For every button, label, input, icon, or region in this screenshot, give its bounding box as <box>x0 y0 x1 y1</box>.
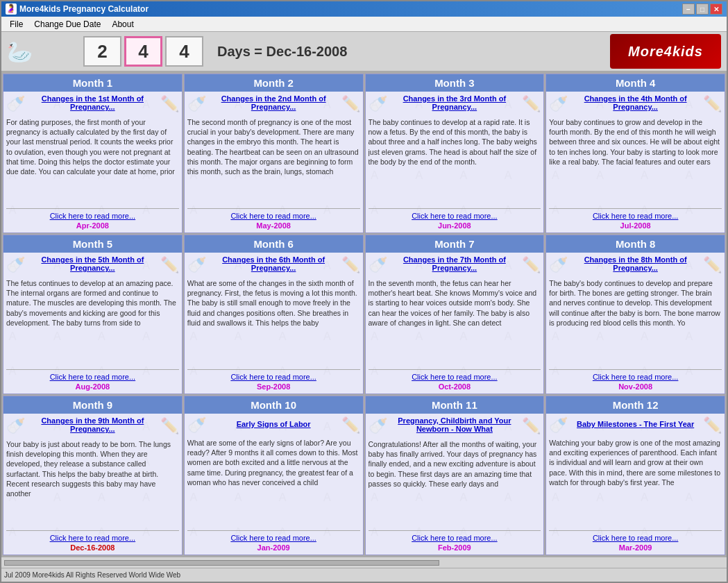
month-title-link-8[interactable]: Changes in the 8th Month of Pregnancy... <box>568 255 703 272</box>
read-more-link-10[interactable]: Click here to read more... <box>230 534 316 542</box>
window-controls: − □ ✕ <box>682 3 722 15</box>
left-icon-2: 🍼 <box>187 95 206 113</box>
right-icon-11: ✏️ <box>522 417 541 435</box>
read-more-link-12[interactable]: Click here to read more... <box>593 534 679 542</box>
month-icons-9: 🍼 Changes in the 9th Month of Pregnancy.… <box>6 416 179 436</box>
month-text-5: The fetus continues to develop at an ama… <box>6 278 179 341</box>
month-header-7: Month 7 <box>366 235 544 253</box>
more4kids-logo[interactable]: More4kids <box>610 34 721 69</box>
month-title-link-1[interactable]: Changes in the 1st Month of Pregnancy... <box>25 94 160 111</box>
menu-about[interactable]: About <box>106 18 139 31</box>
date-display: Days = Dec-16-2008 <box>217 44 603 60</box>
read-more-link-4[interactable]: Click here to read more... <box>593 212 679 220</box>
read-more-link-1[interactable]: Click here to read more... <box>50 212 136 220</box>
horizontal-scrollbar[interactable] <box>1 557 727 568</box>
month-text-10: What are some of the early signs of labo… <box>187 438 360 500</box>
month-date-6: Sep-2008 <box>187 382 360 391</box>
month-icons-3: 🍼 Changes in the 3rd Month of Pregnancy.… <box>369 94 541 114</box>
month-header-11: Month 11 <box>366 396 544 414</box>
logo-area: 🦢 <box>7 34 76 69</box>
left-icon-11: 🍼 <box>369 417 387 435</box>
month-card-3: Month 3 AAAAAAAAAAAAAAAA 🍼 Changes in th… <box>365 74 545 233</box>
month-icons-2: 🍼 Changes in the 2nd Month of Pregnancy.… <box>187 94 360 114</box>
month-title-link-2[interactable]: Changes in the 2nd Month of Pregnancy... <box>206 94 341 111</box>
minimize-button[interactable]: − <box>682 3 695 15</box>
menu-change-due-date[interactable]: Change Due Date <box>28 18 106 31</box>
read-more-link-3[interactable]: Click here to read more... <box>412 212 498 220</box>
month-icons-1: 🍼 Changes in the 1st Month of Pregnancy.… <box>6 94 179 114</box>
month-text-1: For dating purposes, the first month of … <box>6 117 179 180</box>
month-text-7: In the seventh month, the fetus can hear… <box>369 278 541 341</box>
month-header-1: Month 1 <box>3 74 182 92</box>
month-icons-11: 🍼 Pregnancy, Childbirth and Your Newborn… <box>369 416 541 436</box>
month-title-link-12[interactable]: Baby Milestones - The First Year <box>577 420 694 428</box>
stork-icon: 🦢 <box>7 40 33 64</box>
month-title-link-6[interactable]: Changes in the 6th Month of Pregnancy... <box>206 255 341 272</box>
left-icon-9: 🍼 <box>6 417 25 435</box>
read-more-link-9[interactable]: Click here to read more... <box>50 534 136 542</box>
month-text-9: Your baby is just about ready to be born… <box>6 439 179 502</box>
read-more-section-7: Click here to read more... Oct-2008 <box>369 369 541 391</box>
month-date-10: Jan-2009 <box>187 543 360 552</box>
read-more-section-12: Click here to read more... Mar-2009 <box>549 530 722 552</box>
title-bar: 🤰 More4kids Pregnancy Calculator − □ ✕ <box>1 1 727 17</box>
month-icons-10: 🍼 Early Signs of Labor ✏️ <box>187 416 360 434</box>
right-icon-12: ✏️ <box>703 416 722 434</box>
status-bar: Jul 2009 More4kids All Rights Reserved W… <box>1 568 727 582</box>
month-title-link-9[interactable]: Changes in the 9th Month of Pregnancy... <box>25 416 160 433</box>
month-card-11: Month 11 AAAAAAAAAAAAAAAA 🍼 Pregnancy, C… <box>365 396 545 555</box>
month-card-12: Month 12 AAAAAAAAAAAAAAAA 🍼 Baby Milesto… <box>545 396 725 555</box>
month-icons-6: 🍼 Changes in the 6th Month of Pregnancy.… <box>187 255 360 275</box>
read-more-link-8[interactable]: Click here to read more... <box>593 373 679 381</box>
month-card-6: Month 6 AAAAAAAAAAAAAAAA 🍼 Changes in th… <box>184 235 364 394</box>
menu-bar: File Change Due Date About <box>1 17 727 32</box>
month-card-9: Month 9 AAAAAAAAAAAAAAAA 🍼 Changes in th… <box>3 396 183 555</box>
left-icon-7: 🍼 <box>369 256 387 274</box>
month-text-3: The baby continues to develop at a rapid… <box>369 117 541 180</box>
month-card-10: Month 10 AAAAAAAAAAAAAAAA 🍼 Early Signs … <box>184 396 364 555</box>
read-more-link-11[interactable]: Click here to read more... <box>412 534 498 542</box>
read-more-link-7[interactable]: Click here to read more... <box>412 373 498 381</box>
month-text-12: Watching your baby grow is one of the mo… <box>549 438 722 500</box>
month-card-1: Month 1 AAAAAAAAAAAAAAAA 🍼 Changes in th… <box>3 74 183 233</box>
number-boxes: 2 4 4 <box>83 36 203 67</box>
read-more-section-9: Click here to read more... Dec-16-2008 <box>6 530 179 552</box>
read-more-link-6[interactable]: Click here to read more... <box>230 373 316 381</box>
month-text-11: Congratulations! After all the months of… <box>369 439 541 502</box>
left-icon-5: 🍼 <box>6 256 25 274</box>
month-card-2: Month 2 AAAAAAAAAAAAAAAA 🍼 Changes in th… <box>184 74 364 233</box>
read-more-link-5[interactable]: Click here to read more... <box>50 373 136 381</box>
month-card-5: Month 5 AAAAAAAAAAAAAAAA 🍼 Changes in th… <box>3 235 183 394</box>
month-header-6: Month 6 <box>185 235 363 253</box>
month-title-link-11[interactable]: Pregnancy, Childbirth and Your Newborn -… <box>387 416 523 433</box>
status-text: Jul 2009 More4kids All Rights Reserved W… <box>4 571 180 579</box>
maximize-button[interactable]: □ <box>696 3 709 15</box>
month-card-7: Month 7 AAAAAAAAAAAAAAAA 🍼 Changes in th… <box>365 235 545 394</box>
month-card-4: Month 4 AAAAAAAAAAAAAAAA 🍼 Changes in th… <box>545 74 725 233</box>
month-date-7: Oct-2008 <box>369 382 541 391</box>
right-icon-7: ✏️ <box>522 256 541 274</box>
read-more-section-6: Click here to read more... Sep-2008 <box>187 369 360 391</box>
month-icons-5: 🍼 Changes in the 5th Month of Pregnancy.… <box>6 255 179 275</box>
month-title-link-4[interactable]: Changes in the 4th Month of Pregnancy... <box>568 94 703 111</box>
month-title-link-3[interactable]: Changes in the 3rd Month of Pregnancy... <box>387 94 523 111</box>
month-icons-7: 🍼 Changes in the 7th Month of Pregnancy.… <box>369 255 541 275</box>
right-icon-8: ✏️ <box>703 256 722 274</box>
month-title-link-10[interactable]: Early Signs of Labor <box>237 420 311 428</box>
left-icon-3: 🍼 <box>369 95 387 113</box>
month-icons-8: 🍼 Changes in the 8th Month of Pregnancy.… <box>549 255 722 275</box>
logo-text: More4kids <box>628 44 703 60</box>
month-date-9: Dec-16-2008 <box>6 543 179 552</box>
close-button[interactable]: ✕ <box>710 3 722 15</box>
month-date-12: Mar-2009 <box>549 543 722 552</box>
month-header-5: Month 5 <box>3 235 182 253</box>
month-title-link-5[interactable]: Changes in the 5th Month of Pregnancy... <box>25 255 160 272</box>
app-icon: 🤰 <box>6 3 17 15</box>
read-more-link-2[interactable]: Click here to read more... <box>230 212 316 220</box>
right-icon-9: ✏️ <box>160 417 179 435</box>
read-more-section-8: Click here to read more... Nov-2008 <box>549 369 722 391</box>
month-title-link-7[interactable]: Changes in the 7th Month of Pregnancy... <box>387 255 523 272</box>
number-box-1: 2 <box>83 36 121 67</box>
menu-file[interactable]: File <box>4 18 28 31</box>
left-icon-4: 🍼 <box>549 95 568 113</box>
